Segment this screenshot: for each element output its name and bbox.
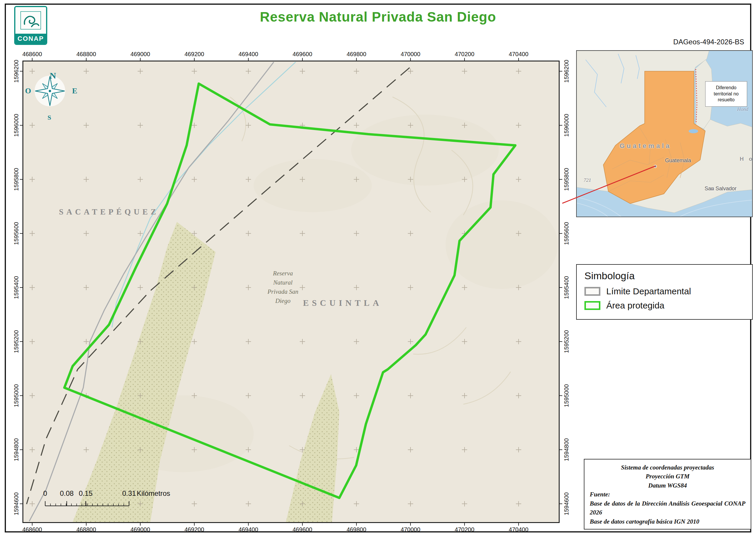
document-code: DAGeos-494-2026-BS xyxy=(673,38,744,46)
compass-south-label: S xyxy=(47,114,51,121)
scale-bar: 0 0.08 0.15 0.31 Kilómetros xyxy=(23,487,189,515)
territorial-dispute-callout: Diferendo territorial no resuelto xyxy=(705,81,747,107)
relief-shading xyxy=(446,200,558,289)
legend-title: Simbología xyxy=(584,270,744,282)
conap-logo-text: CONAP xyxy=(16,34,46,44)
inset-capital-label: Guatemala xyxy=(665,157,691,164)
conap-emblem-icon xyxy=(16,7,46,34)
reserve-name-line: Privada San xyxy=(268,287,298,296)
map-canvas: SACATEPÉQUEZ ESCUINTLA Reserva Natural P… xyxy=(22,61,560,523)
legend-item-protected-area: Área protegida xyxy=(584,300,744,311)
reserve-name-line: Natural xyxy=(268,278,298,287)
callout-line: resuelto xyxy=(718,97,735,103)
scale-ruler xyxy=(43,499,134,508)
reserve-name-label: Reserva Natural Privada San Diego xyxy=(268,269,298,306)
department-label-escuintla: ESCUINTLA xyxy=(303,298,382,308)
credits-source-label: Fuente: xyxy=(590,490,745,499)
scale-label-015: 0.15 xyxy=(79,489,93,498)
inset-lake xyxy=(689,129,698,133)
compass-north-label: N xyxy=(49,71,56,81)
reserve-name-line: Diego xyxy=(268,296,298,306)
relief-shading xyxy=(254,159,372,212)
compass-west-label: O xyxy=(25,86,31,95)
inset-honduras-italic-label: Hond xyxy=(737,106,748,112)
credits-source-line: Base de datos de la Dirección Análisis G… xyxy=(590,499,745,517)
scale-label-008: 0.08 xyxy=(60,489,74,498)
protected-area-swatch xyxy=(584,301,600,310)
scale-label-0: 0 xyxy=(43,489,47,498)
compass-east-label: E xyxy=(72,86,77,95)
legend-item-label: Área protegida xyxy=(606,300,664,311)
credits-line: Sistema de coordenadas proyectadas xyxy=(590,463,745,472)
callout-line: territorial no xyxy=(714,91,739,97)
legend-item-departmental-limit: Límite Departamental xyxy=(584,286,744,296)
inset-map: Guatemala Guatemala San Salvador 721 Hon… xyxy=(576,50,753,217)
departmental-limit-swatch xyxy=(584,287,600,296)
legend-item-label: Límite Departamental xyxy=(606,286,691,296)
inset-honduras-label: H o xyxy=(740,156,753,162)
inset-country-label: Guatemala xyxy=(619,142,672,150)
compass-rose: N E S O xyxy=(23,61,85,125)
credits-source-line: Base de datos cartografía básica IGN 201… xyxy=(590,517,745,526)
callout-line: Diferendo xyxy=(716,85,736,91)
scale-unit-label: Kilómetros xyxy=(137,489,170,498)
inset-depth-label: 721 xyxy=(583,177,591,183)
legend-box: Simbología Límite Departamental Área pro… xyxy=(576,264,753,320)
capital-city-dot xyxy=(654,165,657,168)
conap-logo: CONAP xyxy=(14,6,47,45)
credits-box: Sistema de coordenadas proyectadas Proye… xyxy=(584,459,751,529)
scale-label-031: 0.31 xyxy=(122,489,136,498)
relief-shading xyxy=(351,115,499,185)
page-title: Reserva Natural Privada San Diego xyxy=(0,9,756,25)
credits-line: Proyección GTM xyxy=(590,472,745,481)
credits-line: Datum WGS84 xyxy=(590,481,745,490)
inset-drawing xyxy=(577,51,753,217)
inset-city-label: San Salvador xyxy=(705,185,737,192)
department-label-sacatepequez: SACATEPÉQUEZ xyxy=(59,207,159,217)
reserve-name-line: Reserva xyxy=(268,269,298,278)
